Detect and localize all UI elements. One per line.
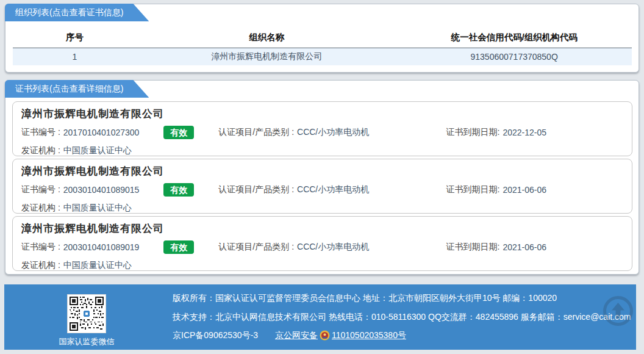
status-badge: 有效 bbox=[163, 126, 194, 139]
org-list-tab[interactable]: 组织列表(点击查看证书信息) bbox=[5, 4, 149, 21]
expiry-value: 2022-12-05 bbox=[503, 128, 546, 137]
project-value: CCC/小功率电动机 bbox=[297, 242, 369, 253]
cert-list-tab[interactable]: 证书列表(点击查看详细信息) bbox=[5, 80, 149, 98]
project-value: CCC/小功率电动机 bbox=[297, 127, 369, 138]
cert-card[interactable]: 漳州市振辉电机制造有限公司 证书编号 : 2017010401027300 有效… bbox=[12, 101, 632, 156]
wechat-qr-block: 国家认监委微信 bbox=[50, 294, 123, 347]
cert-no-value: 2003010401089019 bbox=[63, 242, 140, 252]
org-list-panel: 组织列表(点击查看证书信息) 序号 组织名称 统一社会信用代码/组织机构代码 1… bbox=[5, 4, 639, 73]
police-registration-link[interactable]: 京公网安备 bbox=[275, 330, 318, 340]
back-to-top-button[interactable] bbox=[602, 295, 634, 327]
org-col-index: 序号 bbox=[13, 27, 137, 48]
project-value: CCC/小功率电动机 bbox=[297, 184, 369, 195]
cert-company: 漳州市振辉电机制造有限公司 bbox=[21, 222, 623, 236]
expiry-value: 2021-06-06 bbox=[503, 185, 546, 195]
footer-text-block: 版权所有：国家认证认可监督管理委员会信息中心 地址：北京市朝阳区朝外大街甲10号… bbox=[173, 289, 631, 345]
status-badge: 有效 bbox=[163, 183, 194, 197]
project-label: 认证项目/产品类别 : bbox=[218, 127, 294, 138]
police-registration-number-link[interactable]: 11010502035380号 bbox=[332, 330, 406, 340]
org-col-name: 组织名称 bbox=[137, 27, 396, 48]
project-label: 认证项目/产品类别 : bbox=[218, 184, 294, 195]
footer-registration-line: 京ICP备09062530号-3 京公网安备 11010502035380号 bbox=[173, 326, 631, 345]
issuer-value: 中国质量认证中心 bbox=[63, 145, 132, 156]
org-table: 序号 组织名称 统一社会信用代码/组织机构代码 1 漳州市振辉电机制造有限公司 … bbox=[13, 27, 632, 65]
org-row-index[interactable]: 1 bbox=[13, 48, 137, 65]
expiry-label: 证书到期日期: bbox=[446, 127, 499, 138]
org-table-header-row: 序号 组织名称 统一社会信用代码/组织机构代码 bbox=[13, 27, 632, 48]
footer-copyright-line: 版权所有：国家认证认可监督管理委员会信息中心 地址：北京市朝阳区朝外大街甲10号… bbox=[173, 289, 631, 308]
wechat-qr-code-image bbox=[67, 294, 106, 333]
issuer-label: 发证机构 : bbox=[21, 260, 60, 271]
issuer-value: 中国质量认证中心 bbox=[63, 260, 132, 271]
cert-no-label: 证书编号 : bbox=[21, 127, 60, 138]
icp-number: 京ICP备09062530号-3 bbox=[173, 330, 258, 340]
cert-no-label: 证书编号 : bbox=[21, 184, 60, 195]
footer: 国家认监委微信 版权所有：国家认证认可监督管理委员会信息中心 地址：北京市朝阳区… bbox=[4, 284, 636, 350]
page: 组织列表(点击查看证书信息) 序号 组织名称 统一社会信用代码/组织机构代码 1… bbox=[0, 0, 644, 354]
issuer-label: 发证机构 : bbox=[21, 203, 60, 214]
cert-no-label: 证书编号 : bbox=[21, 242, 60, 253]
issuer-label: 发证机构 : bbox=[21, 145, 60, 156]
project-label: 认证项目/产品类别 : bbox=[218, 242, 294, 253]
org-row-code[interactable]: 91350600717370850Q bbox=[396, 48, 632, 65]
expiry-value: 2021-06-06 bbox=[503, 242, 546, 252]
cert-cards: 漳州市振辉电机制造有限公司 证书编号 : 2017010401027300 有效… bbox=[12, 101, 632, 273]
cert-company: 漳州市振辉电机制造有限公司 bbox=[21, 164, 623, 179]
cert-no-value: 2003010401089015 bbox=[63, 185, 140, 195]
org-col-code: 统一社会信用代码/组织机构代码 bbox=[396, 27, 632, 48]
expiry-label: 证书到期日期: bbox=[446, 184, 499, 195]
cert-card[interactable]: 漳州市振辉电机制造有限公司 证书编号 : 2003010401089015 有效… bbox=[12, 159, 632, 214]
expiry-label: 证书到期日期: bbox=[446, 242, 499, 253]
org-row-name[interactable]: 漳州市振辉电机制造有限公司 bbox=[137, 48, 396, 65]
cert-card[interactable]: 漳州市振辉电机制造有限公司 证书编号 : 2003010401089019 有效… bbox=[12, 216, 632, 271]
status-badge: 有效 bbox=[163, 240, 194, 254]
org-table-row[interactable]: 1 漳州市振辉电机制造有限公司 91350600717370850Q bbox=[13, 48, 632, 65]
cert-list-panel: 证书列表(点击查看详细信息) 漳州市振辉电机制造有限公司 证书编号 : 2017… bbox=[5, 80, 639, 275]
issuer-value: 中国质量认证中心 bbox=[63, 203, 132, 214]
police-badge-icon bbox=[320, 330, 330, 341]
wechat-qr-caption: 国家认监委微信 bbox=[50, 336, 123, 347]
footer-support-line: 技术支持：北京中认网信息技术有限公司 热线电话：010-58116300 QQ交… bbox=[173, 308, 631, 327]
cert-company: 漳州市振辉电机制造有限公司 bbox=[21, 107, 623, 121]
cert-no-value: 2017010401027300 bbox=[63, 128, 140, 137]
